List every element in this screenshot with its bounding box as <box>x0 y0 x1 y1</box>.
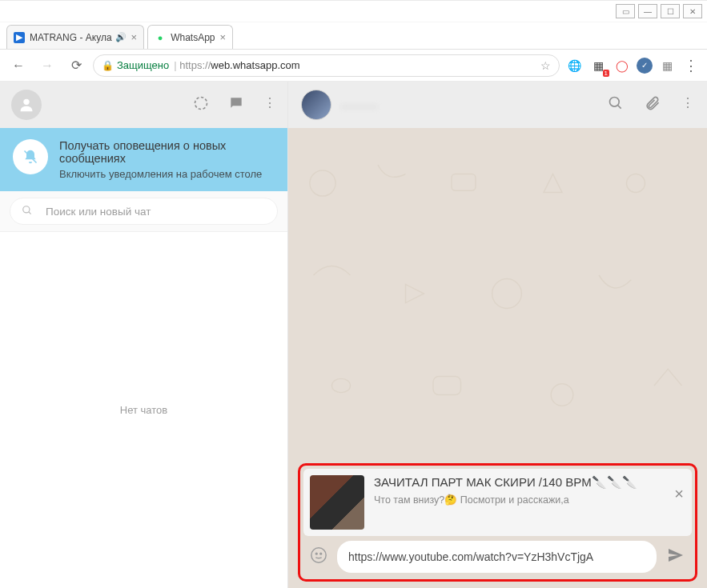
chat-menu-icon[interactable]: ⋮ <box>681 95 694 114</box>
message-input[interactable]: https://www.youtube.com/watch?v=YzH3hVcT… <box>337 541 657 573</box>
window-minimize-icon[interactable]: — <box>638 4 657 18</box>
favicon-whatsapp-icon: ● <box>155 32 166 43</box>
tab-title: WhatsApp <box>171 32 215 43</box>
tab-close-icon[interactable]: × <box>131 31 138 43</box>
chat-header: ——— ⋮ <box>288 82 707 128</box>
svg-point-15 <box>315 553 317 554</box>
extension-vk-icon[interactable]: ✓ <box>637 58 653 74</box>
preview-close-icon[interactable]: × <box>674 485 684 503</box>
send-icon[interactable] <box>663 546 689 569</box>
status-icon[interactable] <box>193 95 209 114</box>
lock-icon: 🔒 <box>102 60 114 71</box>
notification-title: Получать оповещения о новых сообщениях <box>59 139 275 165</box>
browser-menu-icon[interactable]: ⋮ <box>681 57 701 74</box>
svg-point-9 <box>627 174 645 193</box>
browser-tabstrip: ▶ MATRANG - Акула 🔊 × ● WhatsApp × <box>0 22 707 50</box>
secure-label: Защищено <box>117 59 169 71</box>
svg-point-10 <box>492 279 522 309</box>
extension-adblock-icon[interactable]: ▦1 <box>588 56 608 75</box>
attach-icon[interactable] <box>645 95 661 114</box>
bookmark-star-icon[interactable]: ☆ <box>540 59 551 72</box>
extension-yandex-icon[interactable]: ◯ <box>613 56 632 75</box>
svg-point-3 <box>23 206 30 212</box>
url-scheme: https:// <box>179 59 211 71</box>
favicon-play-icon: ▶ <box>14 32 25 43</box>
window-titlebar: ▭ — ☐ ✕ <box>0 0 707 22</box>
sidebar: ⋮ Получать оповещения о новых сообщениях… <box>0 82 288 588</box>
extension-globe-icon[interactable]: 🌐 <box>564 56 584 75</box>
tab-audio-icon[interactable]: 🔊 <box>115 32 127 42</box>
own-avatar[interactable] <box>11 90 42 120</box>
chat-avatar[interactable] <box>301 90 331 120</box>
messages-area: ЗАЧИТАЛ ПАРТ МАК СКИРИ /140 BPM🔪🔪🔪 Что т… <box>288 128 707 588</box>
browser-tab-2[interactable]: ● WhatsApp × <box>147 25 233 49</box>
svg-point-5 <box>610 98 620 107</box>
new-chat-icon[interactable] <box>228 95 244 114</box>
browser-tab-1[interactable]: ▶ MATRANG - Акула 🔊 × <box>6 25 144 49</box>
nav-forward-button[interactable]: → <box>35 54 59 78</box>
window-close-icon[interactable]: ✕ <box>683 4 702 18</box>
notification-banner[interactable]: Получать оповещения о новых сообщениях В… <box>0 128 287 191</box>
chat-search-icon[interactable] <box>608 95 624 114</box>
preview-description: Что там внизу?🤔 Посмотри и расскажи,a <box>374 494 685 506</box>
window-maximize-icon[interactable]: ☐ <box>661 4 680 18</box>
svg-rect-8 <box>452 174 476 191</box>
search-placeholder: Поиск или новый чат <box>46 206 151 218</box>
svg-line-4 <box>29 211 31 214</box>
svg-point-16 <box>320 553 322 554</box>
tab-close-icon[interactable]: × <box>220 31 227 43</box>
svg-point-1 <box>195 98 207 110</box>
chat-list-empty: Нет чатов <box>0 232 287 588</box>
browser-toolbar: ← → ⟳ 🔒 Защищено | https://web.whatsapp.… <box>0 50 707 82</box>
bell-off-icon <box>13 139 48 174</box>
notification-subtitle: Включить уведомления на рабочем столе <box>59 168 275 180</box>
svg-point-12 <box>551 384 573 406</box>
composer-highlight: ЗАЧИТАЛ ПАРТ МАК СКИРИ /140 BPM🔪🔪🔪 Что т… <box>298 463 697 582</box>
window-popup-icon[interactable]: ▭ <box>616 4 635 18</box>
chat-contact-name[interactable]: ——— <box>341 98 377 112</box>
url-host: web.whatsapp.com <box>211 59 299 71</box>
preview-title: ЗАЧИТАЛ ПАРТ МАК СКИРИ /140 BPM🔪🔪🔪 <box>374 475 685 490</box>
extension-off-icon[interactable]: ▦ <box>657 56 677 75</box>
svg-point-0 <box>23 99 29 105</box>
svg-line-6 <box>618 106 621 109</box>
nav-back-button[interactable]: ← <box>6 54 30 78</box>
sidebar-menu-icon[interactable]: ⋮ <box>263 95 276 114</box>
link-preview-card: ЗАЧИТАЛ ПАРТ МАК СКИРИ /140 BPM🔪🔪🔪 Что т… <box>303 469 692 536</box>
nav-reload-button[interactable]: ⟳ <box>64 54 88 78</box>
svg-rect-11 <box>433 377 461 395</box>
emoji-icon[interactable] <box>307 546 331 568</box>
search-icon <box>22 205 33 218</box>
svg-point-14 <box>311 547 326 562</box>
address-bar[interactable]: 🔒 Защищено | https://web.whatsapp.com ☆ <box>93 54 560 77</box>
chat-panel: ——— ⋮ <box>288 82 707 588</box>
preview-thumbnail <box>310 475 364 530</box>
tab-title: MATRANG - Акула <box>30 32 112 43</box>
sidebar-header: ⋮ <box>0 82 287 128</box>
search-input[interactable]: Поиск или новый чат <box>10 198 278 225</box>
svg-point-7 <box>310 170 335 196</box>
